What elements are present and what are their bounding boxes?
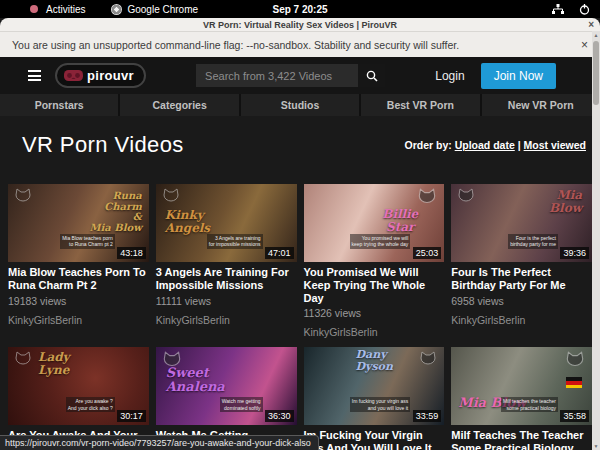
recording-indicator-icon	[30, 5, 38, 13]
menu-item-best-vr-porn[interactable]: Best VR Porn	[359, 94, 479, 116]
thumb-overlay-name: Runa Charm & Mia Blow	[89, 191, 141, 233]
studio-link[interactable]: KinkyGirlsBerlin	[451, 314, 592, 326]
thumb-overlay-name: Sweet Analena	[166, 366, 225, 393]
status-url-bubble: https://pirouvr.com/vr-porn-video/779325…	[0, 435, 319, 450]
login-link[interactable]: Login	[435, 69, 464, 83]
duration-badge: 39:36	[560, 247, 589, 259]
thumb-overlay-caption: Milf teaches the teacher some practical …	[501, 397, 558, 413]
video-title[interactable]: Mia Blow Teaches Porn To Runa Charm Pt 2	[8, 266, 149, 292]
german-flag-icon	[566, 377, 582, 388]
system-top-bar: Activities Google Chrome Sep 7 20:25	[0, 0, 600, 18]
page-title: VR Porn Videos	[22, 132, 184, 158]
network-icon[interactable]	[552, 4, 564, 15]
duration-badge: 33:59	[413, 410, 442, 422]
hamburger-menu-icon[interactable]	[28, 70, 41, 81]
studio-link[interactable]: KinkyGirlsBerlin	[8, 314, 149, 326]
thumb-overlay-name: Billie Star	[382, 208, 418, 233]
join-now-button[interactable]: Join Now	[481, 63, 556, 89]
thumb-overlay-name: Dany Dyson	[356, 349, 393, 372]
scroll-down-icon[interactable]: ▼	[594, 442, 599, 450]
video-title[interactable]: You Promised We Will Keep Trying The Who…	[304, 266, 445, 304]
browser-tab-strip: VR Porn: Virtual Reality Sex Videos | Pi…	[0, 18, 600, 31]
scrollbar-thumb[interactable]	[593, 41, 599, 105]
studio-cat-logo-icon	[416, 188, 438, 206]
duration-badge: 30:17	[117, 410, 146, 422]
video-thumbnail[interactable]: Kinky Angels 3 Angels are training for i…	[156, 184, 297, 262]
menu-item-categories[interactable]: Categories	[118, 94, 238, 116]
scroll-up-icon[interactable]: ▲	[594, 31, 599, 39]
chrome-icon	[111, 4, 122, 15]
studio-cat-logo-icon	[456, 188, 476, 204]
focused-app-label: Google Chrome	[127, 4, 198, 15]
thumb-overlay-caption: 3 Angels are training for impossible mis…	[207, 234, 263, 250]
order-by-label: Order by:	[404, 139, 451, 151]
order-upload-date-link[interactable]: Upload date	[455, 139, 515, 151]
studio-cat-logo-icon	[564, 351, 586, 369]
video-views: 6958 views	[451, 295, 592, 307]
clock[interactable]: Sep 7 20:25	[272, 4, 327, 15]
studio-cat-logo-icon	[418, 351, 438, 367]
video-thumbnail[interactable]: Billie Star You promised we will keep tr…	[304, 184, 445, 262]
duration-badge: 25:03	[413, 247, 442, 259]
studio-cat-logo-icon	[13, 351, 33, 367]
power-icon[interactable]	[579, 4, 590, 15]
activities-label: Activities	[46, 4, 85, 15]
focused-app-menu[interactable]: Google Chrome	[111, 4, 198, 15]
duration-badge: 36:30	[265, 410, 294, 422]
thumb-overlay-caption: Are you awake ? And your dick also ?	[66, 397, 115, 413]
order-most-viewed-link[interactable]: Most viewed	[524, 139, 586, 151]
video-views: 11326 views	[304, 307, 445, 319]
thumb-overlay-caption: Watch me getting dominated softly	[220, 397, 263, 413]
menu-item-studios[interactable]: Studios	[239, 94, 359, 116]
video-title[interactable]: Four Is The Perfect Birthday Party For M…	[451, 266, 592, 292]
video-title[interactable]: Milf Teaches The Teacher Some Practical …	[451, 429, 592, 450]
video-card[interactable]: Dany Dyson Im fucking your virgin ass an…	[304, 347, 445, 450]
order-separator: |	[518, 139, 521, 151]
video-thumbnail[interactable]: Sweet Analena Watch me getting dominated…	[156, 347, 297, 425]
studio-link[interactable]: KinkyGirlsBerlin	[156, 314, 297, 326]
vertical-scrollbar[interactable]: ▲ ▼	[592, 31, 600, 450]
thumb-overlay-caption: Four is the perfect birthday party for m…	[508, 234, 558, 250]
order-by-control: Order by: Upload date | Most viewed	[404, 139, 586, 151]
site-logo[interactable]: pirouvr	[55, 63, 146, 88]
video-views: 19183 views	[8, 295, 149, 307]
studio-cat-logo-icon	[13, 188, 33, 204]
thumb-overlay-caption: Im fucking your virgin ass and you will …	[350, 397, 410, 413]
search-input[interactable]	[196, 64, 358, 87]
video-views: 11111 views	[156, 295, 297, 307]
infobar-close-icon[interactable]: ×	[581, 38, 588, 52]
video-title[interactable]: Im Fucking Your Virgin Ass And You Will …	[304, 429, 445, 450]
video-card[interactable]: Kinky Angels 3 Angels are training for i…	[156, 184, 297, 338]
thumb-overlay-name: Kinky Angels	[165, 209, 210, 234]
tab-close-icon[interactable]: ×	[588, 18, 594, 31]
studio-link[interactable]: KinkyGirlsBerlin	[304, 326, 445, 338]
duration-badge: 35:58	[560, 410, 589, 422]
vr-headset-icon	[64, 70, 83, 81]
video-thumbnail[interactable]: Runa Charm & Mia Blow Mia Blow teaches p…	[8, 184, 149, 262]
search-button[interactable]	[358, 64, 385, 87]
video-thumbnail[interactable]: Dany Dyson Im fucking your virgin ass an…	[304, 347, 445, 425]
video-thumbnail[interactable]: Mia Blow Milf teaches the teacher some p…	[451, 347, 592, 425]
video-card[interactable]: Runa Charm & Mia Blow Mia Blow teaches p…	[8, 184, 149, 338]
search-bar	[196, 64, 385, 87]
duration-badge: 43:18	[117, 247, 146, 259]
site-logo-text: pirouvr	[87, 68, 134, 83]
infobar-message: You are using an unsupported command-lin…	[12, 39, 459, 51]
studio-cat-logo-icon	[161, 188, 181, 204]
video-thumbnail[interactable]: Lady Lyne Are you awake ? And your dick …	[8, 347, 149, 425]
tab-title: VR Porn: Virtual Reality Sex Videos | Pi…	[203, 20, 397, 30]
video-thumbnail[interactable]: Mia Blow Four is the perfect birthday pa…	[451, 184, 592, 262]
browser-infobar: You are using an unsupported command-lin…	[0, 31, 600, 57]
menu-item-new-vr-porn[interactable]: New VR Porn	[480, 94, 600, 116]
status-url-text: https://pirouvr.com/vr-porn-video/779325…	[5, 438, 311, 448]
video-title[interactable]: 3 Angels Are Training For Impossible Mis…	[156, 266, 297, 292]
search-icon	[366, 70, 378, 82]
site-menu: Pornstars Categories Studios Best VR Por…	[0, 94, 600, 116]
video-card[interactable]: Mia Blow Four is the perfect birthday pa…	[451, 184, 592, 338]
video-card[interactable]: Mia Blow Milf teaches the teacher some p…	[451, 347, 592, 450]
activities-button[interactable]: Activities	[30, 4, 85, 15]
thumb-overlay-name: Lady Lyne	[38, 351, 70, 376]
video-card[interactable]: Billie Star You promised we will keep tr…	[304, 184, 445, 338]
menu-item-pornstars[interactable]: Pornstars	[0, 94, 118, 116]
duration-badge: 47:01	[265, 247, 294, 259]
